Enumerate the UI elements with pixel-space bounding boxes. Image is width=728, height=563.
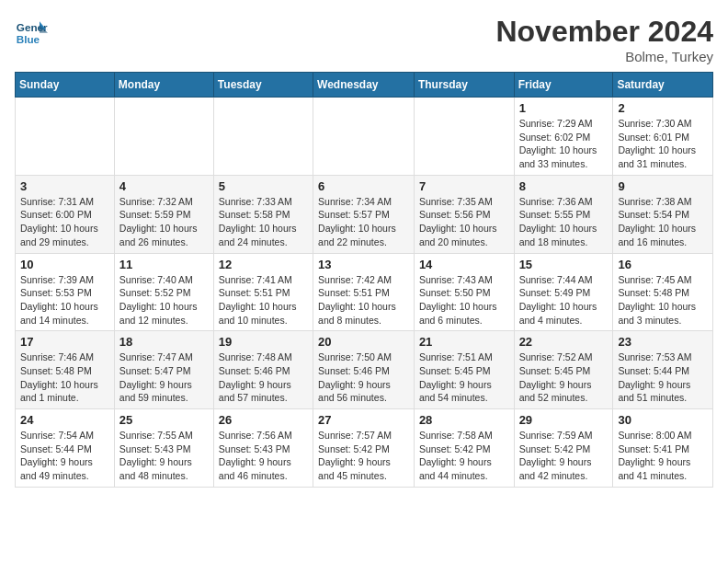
col-wednesday: Wednesday bbox=[313, 73, 415, 98]
calendar-week-3: 10Sunrise: 7:39 AMSunset: 5:53 PMDayligh… bbox=[16, 253, 713, 331]
calendar-cell: 7Sunrise: 7:35 AMSunset: 5:56 PMDaylight… bbox=[414, 175, 514, 253]
day-info: Sunrise: 7:43 AMSunset: 5:50 PMDaylight:… bbox=[419, 273, 509, 327]
day-info: Sunrise: 7:31 AMSunset: 6:00 PMDaylight:… bbox=[20, 195, 109, 249]
day-number: 14 bbox=[419, 258, 509, 271]
day-number: 19 bbox=[219, 335, 308, 349]
month-title: November 2024 bbox=[495, 15, 713, 49]
day-info: Sunrise: 7:48 AMSunset: 5:46 PMDaylight:… bbox=[219, 350, 308, 405]
day-info: Sunrise: 7:57 AMSunset: 5:42 PMDaylight:… bbox=[318, 429, 409, 483]
calendar-cell: 15Sunrise: 7:44 AMSunset: 5:49 PMDayligh… bbox=[514, 253, 613, 331]
calendar-cell: 19Sunrise: 7:48 AMSunset: 5:46 PMDayligh… bbox=[213, 331, 313, 409]
calendar-cell: 25Sunrise: 7:55 AMSunset: 5:43 PMDayligh… bbox=[114, 409, 213, 488]
logo: General Blue bbox=[15, 15, 48, 48]
day-info: Sunrise: 7:56 AMSunset: 5:43 PMDaylight:… bbox=[219, 429, 308, 483]
col-monday: Monday bbox=[114, 73, 213, 98]
calendar-cell bbox=[213, 98, 313, 176]
col-tuesday: Tuesday bbox=[213, 73, 313, 98]
calendar-header-row: Sunday Monday Tuesday Wednesday Thursday… bbox=[16, 73, 713, 98]
day-number: 1 bbox=[519, 101, 609, 115]
calendar-week-1: 1Sunrise: 7:29 AMSunset: 6:02 PMDaylight… bbox=[16, 98, 713, 176]
day-info: Sunrise: 7:46 AMSunset: 5:48 PMDaylight:… bbox=[20, 350, 109, 405]
day-info: Sunrise: 7:51 AMSunset: 5:45 PMDaylight:… bbox=[419, 350, 509, 405]
calendar-week-4: 17Sunrise: 7:46 AMSunset: 5:48 PMDayligh… bbox=[16, 331, 713, 409]
day-number: 26 bbox=[219, 413, 308, 427]
calendar-cell: 13Sunrise: 7:42 AMSunset: 5:51 PMDayligh… bbox=[313, 253, 415, 331]
day-info: Sunrise: 7:41 AMSunset: 5:51 PMDaylight:… bbox=[219, 273, 308, 327]
day-info: Sunrise: 7:45 AMSunset: 5:48 PMDaylight:… bbox=[618, 273, 708, 327]
calendar-cell bbox=[114, 98, 213, 176]
day-info: Sunrise: 7:54 AMSunset: 5:44 PMDaylight:… bbox=[20, 429, 109, 483]
calendar-cell: 27Sunrise: 7:57 AMSunset: 5:42 PMDayligh… bbox=[313, 409, 415, 488]
day-number: 24 bbox=[20, 413, 109, 427]
day-info: Sunrise: 7:47 AMSunset: 5:47 PMDaylight:… bbox=[119, 350, 209, 405]
calendar-cell: 9Sunrise: 7:38 AMSunset: 5:54 PMDaylight… bbox=[613, 175, 713, 253]
calendar-cell: 1Sunrise: 7:29 AMSunset: 6:02 PMDaylight… bbox=[514, 98, 613, 176]
calendar-cell: 26Sunrise: 7:56 AMSunset: 5:43 PMDayligh… bbox=[213, 409, 313, 488]
day-number: 28 bbox=[419, 413, 509, 427]
day-info: Sunrise: 7:42 AMSunset: 5:51 PMDaylight:… bbox=[318, 273, 409, 327]
day-number: 22 bbox=[519, 335, 609, 349]
day-info: Sunrise: 8:00 AMSunset: 5:41 PMDaylight:… bbox=[618, 429, 708, 483]
page-header: General Blue November 2024 Bolme, Turkey bbox=[15, 15, 713, 64]
calendar-week-2: 3Sunrise: 7:31 AMSunset: 6:00 PMDaylight… bbox=[16, 175, 713, 253]
day-number: 13 bbox=[318, 258, 409, 271]
calendar-week-5: 24Sunrise: 7:54 AMSunset: 5:44 PMDayligh… bbox=[16, 409, 713, 488]
day-number: 11 bbox=[119, 258, 209, 271]
day-number: 8 bbox=[519, 179, 609, 193]
day-number: 20 bbox=[318, 335, 409, 349]
day-number: 2 bbox=[618, 101, 708, 115]
day-number: 12 bbox=[219, 258, 308, 271]
calendar-cell bbox=[414, 98, 514, 176]
calendar-cell: 30Sunrise: 8:00 AMSunset: 5:41 PMDayligh… bbox=[613, 409, 713, 488]
day-info: Sunrise: 7:44 AMSunset: 5:49 PMDaylight:… bbox=[519, 273, 609, 327]
day-info: Sunrise: 7:53 AMSunset: 5:44 PMDaylight:… bbox=[618, 350, 708, 405]
day-number: 3 bbox=[20, 179, 109, 193]
day-number: 17 bbox=[20, 335, 109, 349]
logo-icon: General Blue bbox=[15, 15, 48, 48]
calendar-cell: 11Sunrise: 7:40 AMSunset: 5:52 PMDayligh… bbox=[114, 253, 213, 331]
calendar-cell: 8Sunrise: 7:36 AMSunset: 5:55 PMDaylight… bbox=[514, 175, 613, 253]
calendar-cell: 24Sunrise: 7:54 AMSunset: 5:44 PMDayligh… bbox=[16, 409, 115, 488]
calendar-cell: 10Sunrise: 7:39 AMSunset: 5:53 PMDayligh… bbox=[16, 253, 115, 331]
calendar-cell: 21Sunrise: 7:51 AMSunset: 5:45 PMDayligh… bbox=[414, 331, 514, 409]
calendar-cell: 2Sunrise: 7:30 AMSunset: 6:01 PMDaylight… bbox=[613, 98, 713, 176]
day-number: 16 bbox=[618, 258, 708, 271]
day-info: Sunrise: 7:55 AMSunset: 5:43 PMDaylight:… bbox=[119, 429, 209, 483]
day-number: 10 bbox=[20, 258, 109, 271]
calendar-cell: 3Sunrise: 7:31 AMSunset: 6:00 PMDaylight… bbox=[16, 175, 115, 253]
calendar-cell: 29Sunrise: 7:59 AMSunset: 5:42 PMDayligh… bbox=[514, 409, 613, 488]
calendar-cell bbox=[16, 98, 115, 176]
day-number: 30 bbox=[618, 413, 708, 427]
day-info: Sunrise: 7:39 AMSunset: 5:53 PMDaylight:… bbox=[20, 273, 109, 327]
day-info: Sunrise: 7:38 AMSunset: 5:54 PMDaylight:… bbox=[618, 195, 708, 249]
day-info: Sunrise: 7:52 AMSunset: 5:45 PMDaylight:… bbox=[519, 350, 609, 405]
day-info: Sunrise: 7:59 AMSunset: 5:42 PMDaylight:… bbox=[519, 429, 609, 483]
day-info: Sunrise: 7:35 AMSunset: 5:56 PMDaylight:… bbox=[419, 195, 509, 249]
calendar-cell: 18Sunrise: 7:47 AMSunset: 5:47 PMDayligh… bbox=[114, 331, 213, 409]
col-thursday: Thursday bbox=[414, 73, 514, 98]
col-saturday: Saturday bbox=[613, 73, 713, 98]
calendar-table: Sunday Monday Tuesday Wednesday Thursday… bbox=[15, 72, 713, 488]
col-sunday: Sunday bbox=[16, 73, 115, 98]
day-number: 29 bbox=[519, 413, 609, 427]
calendar-cell: 23Sunrise: 7:53 AMSunset: 5:44 PMDayligh… bbox=[613, 331, 713, 409]
day-number: 21 bbox=[419, 335, 509, 349]
day-number: 25 bbox=[119, 413, 209, 427]
day-number: 18 bbox=[119, 335, 209, 349]
day-number: 27 bbox=[318, 413, 409, 427]
calendar-cell: 20Sunrise: 7:50 AMSunset: 5:46 PMDayligh… bbox=[313, 331, 415, 409]
day-number: 9 bbox=[618, 179, 708, 193]
day-number: 15 bbox=[519, 258, 609, 271]
location: Bolme, Turkey bbox=[495, 49, 713, 64]
day-info: Sunrise: 7:34 AMSunset: 5:57 PMDaylight:… bbox=[318, 195, 409, 249]
calendar-cell: 14Sunrise: 7:43 AMSunset: 5:50 PMDayligh… bbox=[414, 253, 514, 331]
calendar-cell: 4Sunrise: 7:32 AMSunset: 5:59 PMDaylight… bbox=[114, 175, 213, 253]
day-info: Sunrise: 7:33 AMSunset: 5:58 PMDaylight:… bbox=[219, 195, 308, 249]
day-number: 4 bbox=[119, 179, 209, 193]
day-info: Sunrise: 7:32 AMSunset: 5:59 PMDaylight:… bbox=[119, 195, 209, 249]
calendar-cell: 5Sunrise: 7:33 AMSunset: 5:58 PMDaylight… bbox=[213, 175, 313, 253]
calendar-cell: 16Sunrise: 7:45 AMSunset: 5:48 PMDayligh… bbox=[613, 253, 713, 331]
calendar-cell: 17Sunrise: 7:46 AMSunset: 5:48 PMDayligh… bbox=[16, 331, 115, 409]
day-info: Sunrise: 7:30 AMSunset: 6:01 PMDaylight:… bbox=[618, 117, 708, 171]
day-info: Sunrise: 7:58 AMSunset: 5:42 PMDaylight:… bbox=[419, 429, 509, 483]
